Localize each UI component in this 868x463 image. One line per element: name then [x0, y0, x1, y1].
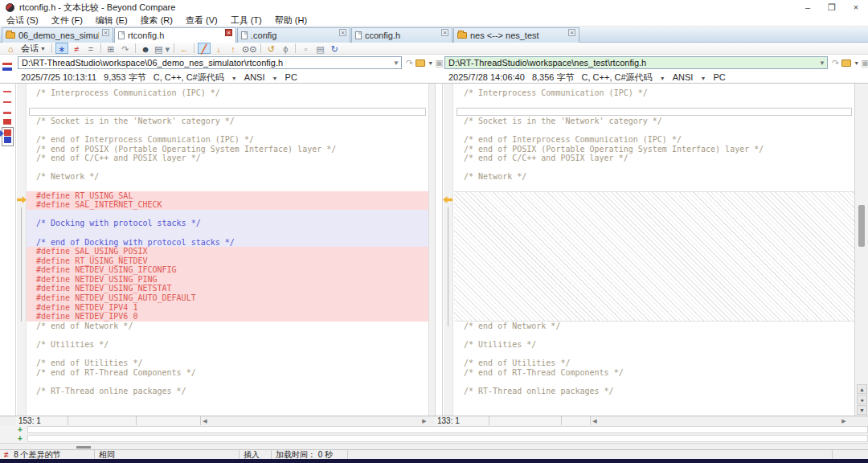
close-button[interactable]: ×	[844, 1, 868, 14]
tab-home-session[interactable]: 06_demo_nes_simulator <... ×	[2, 27, 113, 43]
scroll-prev-diff-icon[interactable]: ▲	[857, 384, 867, 394]
tab-close-icon[interactable]: ×	[568, 29, 575, 36]
chevron-down-icon[interactable]: ▼	[393, 58, 399, 69]
chevron-down-icon[interactable]: ▼	[231, 76, 237, 81]
scroll-center-icon[interactable]: ●	[857, 395, 867, 404]
right-file-encoding[interactable]: ANSI	[673, 72, 694, 82]
open-folder-icon[interactable]	[416, 59, 425, 67]
code-line-d: #define NETDEV_IPV4 1	[27, 303, 428, 313]
menu-help[interactable]: 帮助 (H)	[268, 14, 313, 27]
scroll-left-icon[interactable]: ◀	[591, 417, 599, 425]
tab-close-icon[interactable]: ×	[102, 29, 109, 36]
home-icon[interactable]: ⌂	[4, 43, 17, 54]
right-file-format[interactable]: C, C++, C#源代码	[582, 72, 653, 82]
save-file-icon[interactable]: ▣	[435, 57, 443, 68]
menu-search[interactable]: 搜索 (R)	[134, 14, 179, 27]
tab-rtconfig[interactable]: rtconfig.h ×	[114, 27, 236, 43]
scrollbar-thumb[interactable]	[858, 205, 865, 247]
open-folder-icon[interactable]	[841, 59, 851, 67]
diff-sections-icon[interactable]: ⊞	[104, 43, 117, 54]
app-icon	[6, 3, 14, 12]
left-file-format[interactable]: C, C++, C#源代码	[154, 72, 224, 82]
left-horizontal-scrollbar[interactable]: ◀ ▶	[201, 417, 428, 425]
tab-config[interactable]: .config ×	[237, 27, 350, 43]
menu-session[interactable]: 会话 (S)	[0, 14, 45, 27]
chevron-down-icon[interactable]: ▼	[660, 76, 665, 81]
restore-button[interactable]: ❐	[820, 1, 844, 14]
tab-close-icon[interactable]: ×	[225, 29, 232, 36]
scroll-left-icon[interactable]: ◀	[201, 417, 209, 425]
find-icon[interactable]: ⊙⊙	[241, 43, 257, 54]
text-file-icon	[355, 31, 362, 39]
menu-tools[interactable]: 工具 (T)	[224, 14, 268, 27]
left-file-lineending: PC	[285, 72, 297, 82]
code-line-c: /* end of POSIX (Portable Operating Syst…	[454, 145, 854, 154]
pane-toggle-icon[interactable]: ▫	[299, 43, 312, 54]
right-code-pane[interactable]: /* Interprocess Communication (IPC) */ /…	[454, 84, 854, 416]
filters-icon[interactable]: ϕ	[279, 43, 292, 54]
left-file-size: 9,353 字节	[104, 72, 146, 82]
left-line-detail-input[interactable]	[27, 426, 868, 433]
right-line-detail-input[interactable]	[27, 435, 868, 442]
code-line-b	[27, 182, 428, 191]
menu-file[interactable]: 文件 (F)	[45, 14, 89, 27]
panel-splitter[interactable]	[0, 443, 868, 449]
copy-to-left-icon[interactable]: ←	[178, 43, 190, 54]
code-line-c: /* end of Utilities */	[454, 359, 854, 368]
swap-sides-icon[interactable]: ↷	[119, 43, 132, 54]
code-line-hatch	[454, 191, 854, 322]
format-icon[interactable]: ▤ ▾	[154, 43, 170, 54]
tab-nes-session[interactable]: nes <--> nes_test ×	[453, 27, 579, 43]
browse-back-icon[interactable]: ↷	[832, 57, 839, 68]
show-all-icon[interactable]: ∗	[55, 43, 68, 54]
right-file-size: 8,356 字节	[532, 72, 575, 82]
save-file-icon[interactable]: ▣	[861, 57, 868, 68]
right-path-input[interactable]: D:\RT-ThreadStudio\workspace\nes_test\rt…	[444, 56, 828, 69]
chevron-down-icon[interactable]: ▼	[428, 60, 433, 66]
left-diff-map[interactable]	[0, 84, 16, 416]
splitter-handle[interactable]	[76, 446, 91, 449]
right-horizontal-scrollbar[interactable]: ◀ ▶	[591, 417, 848, 425]
toolbar-separator	[135, 43, 136, 53]
left-vertical-scrollbar[interactable]	[428, 84, 435, 416]
alignment-marker-icon	[2, 63, 12, 71]
left-path-input[interactable]: D:\RT-ThreadStudio\workspace\06_demo_nes…	[18, 56, 402, 69]
chevron-down-icon[interactable]: ▼	[272, 76, 278, 81]
code-line-box	[29, 108, 426, 116]
right-vertical-scrollbar[interactable]: ▲ ● ▼	[854, 84, 868, 416]
beyond-compare-window: rtconfig.h - 文本比较 - Beyond Compare – ❐ ×…	[0, 0, 868, 463]
menu-view[interactable]: 查看 (V)	[179, 14, 224, 27]
rules-icon[interactable]: ☻	[139, 43, 152, 54]
code-line-c: /* end of Network */	[454, 322, 854, 331]
layout-icon[interactable]: ▤	[313, 43, 326, 54]
code-line-b	[27, 125, 428, 135]
chevron-down-icon[interactable]: ▼	[700, 76, 706, 81]
browse-back-icon[interactable]: ↷	[406, 57, 413, 68]
show-differences-icon[interactable]: ≠	[70, 43, 83, 54]
minimize-button[interactable]: –	[796, 1, 820, 14]
left-file-encoding[interactable]: ANSI	[244, 72, 265, 82]
right-diff-map[interactable]	[435, 84, 443, 416]
refresh-icon[interactable]: ↻	[328, 43, 341, 54]
edit-mode-icon[interactable]: ╱	[198, 43, 211, 54]
scroll-right-icon[interactable]: ▶	[840, 417, 848, 425]
left-gutter	[17, 84, 27, 416]
left-code-pane[interactable]: /* Interprocess Communication (IPC) */ /…	[27, 84, 428, 416]
code-line-c: /* end of Interprocess Communication (IP…	[454, 135, 854, 145]
menu-edit[interactable]: 编辑 (E)	[89, 14, 134, 27]
chevron-down-icon[interactable]: ▼	[854, 60, 859, 66]
scroll-next-diff-icon[interactable]: ▼	[857, 405, 867, 415]
scroll-right-icon[interactable]: ▶	[420, 417, 428, 425]
chevron-down-icon[interactable]: ▼	[819, 58, 825, 69]
session-save-icon[interactable]: ↺	[264, 43, 277, 54]
previous-difference-icon[interactable]: ↑	[227, 43, 240, 54]
code-line-d: #define NETDEV_USING_AUTO_DEFAULT	[27, 293, 428, 303]
tab-close-icon[interactable]: ×	[441, 29, 448, 36]
next-difference-icon[interactable]: ↓	[212, 43, 225, 54]
tab-close-icon[interactable]: ×	[339, 29, 346, 36]
tab-cconfig[interactable]: cconfig.h ×	[351, 27, 452, 43]
show-same-icon[interactable]: =	[84, 43, 97, 54]
left-file-modified: 2025/7/25 10:13:11	[21, 72, 96, 82]
code-line-d: #define NETDEV_USING_NETSTAT	[27, 284, 428, 293]
session-menu-button[interactable]: 会话 ▼	[18, 43, 49, 55]
